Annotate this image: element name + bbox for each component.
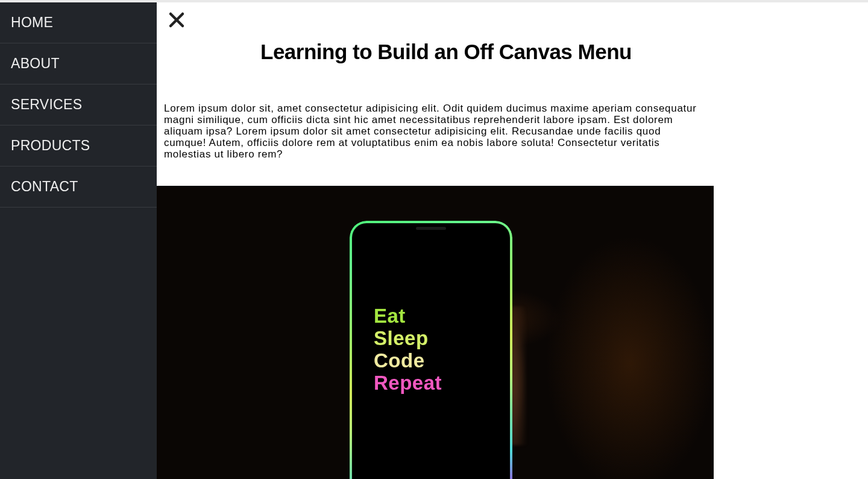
phone-speaker-slot — [416, 227, 446, 230]
phone-graphic: Eat Sleep Code Repeat — [350, 221, 512, 479]
page-title: Learning to Build an Off Canvas Menu — [260, 40, 632, 64]
phone-text-line: Repeat — [374, 372, 442, 395]
phone-screen-text: Eat Sleep Code Repeat — [374, 305, 442, 395]
phone-text-line: Code — [374, 350, 442, 372]
phone-text-line: Eat — [374, 305, 442, 328]
sidebar-item-label: ABOUT — [11, 56, 60, 71]
sidebar-item-label: HOME — [11, 14, 53, 30]
sidebar-item-label: PRODUCTS — [11, 138, 90, 153]
sidebar-item-label: CONTACT — [11, 179, 78, 194]
hero-image: Eat Sleep Code Repeat — [157, 186, 714, 479]
close-icon — [168, 11, 186, 29]
sidebar-item-home[interactable]: HOME — [0, 2, 157, 43]
main-content: Learning to Build an Off Canvas Menu Lor… — [157, 2, 868, 479]
sidebar-item-about[interactable]: ABOUT — [0, 43, 157, 84]
sidebar-item-services[interactable]: SERVICES — [0, 84, 157, 125]
close-menu-button[interactable] — [168, 11, 189, 33]
sidebar-item-contact[interactable]: CONTACT — [0, 167, 157, 208]
phone-text-line: Sleep — [374, 328, 442, 350]
intro-paragraph: Lorem ipsum dolor sit, amet consectetur … — [164, 103, 704, 160]
sidebar-item-label: SERVICES — [11, 97, 82, 112]
sidebar-item-products[interactable]: PRODUCTS — [0, 125, 157, 167]
sidebar-nav: HOME ABOUT SERVICES PRODUCTS CONTACT — [0, 2, 157, 479]
